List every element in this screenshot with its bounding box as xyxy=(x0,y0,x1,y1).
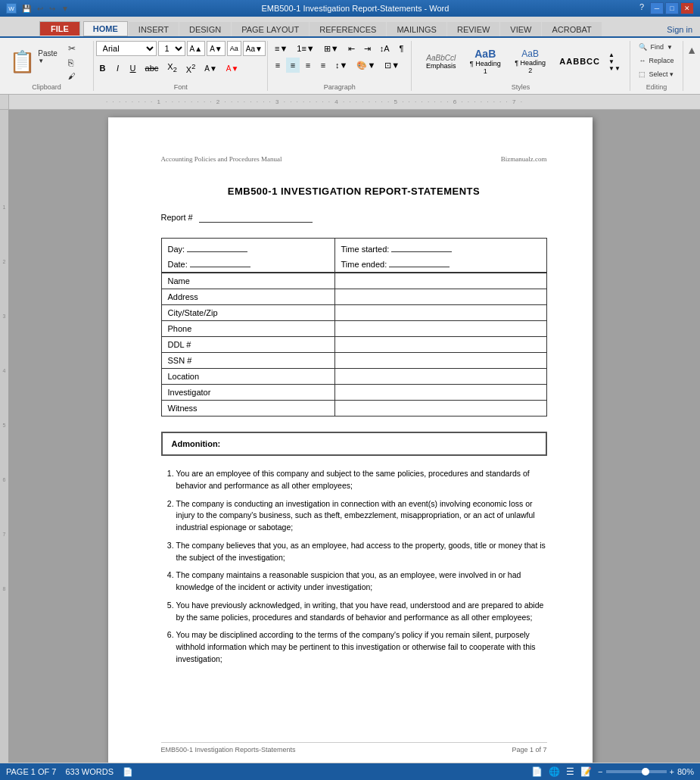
proofing-icon[interactable]: 📄 xyxy=(123,767,133,777)
replace-button[interactable]: ↔ Replace xyxy=(635,55,677,67)
tab-mailings[interactable]: MAILINGS xyxy=(387,22,446,36)
ribbon-group-clipboard: 📋 Paste ▼ ✂ ⎘ 🖌 Clipboard xyxy=(0,41,94,91)
italic-button[interactable]: I xyxy=(111,61,125,76)
increase-font-button[interactable]: A▲ xyxy=(187,41,206,56)
decrease-font-button[interactable]: A▼ xyxy=(207,41,226,56)
change-case-button[interactable]: Aa▼ xyxy=(243,41,266,56)
view-print-icon[interactable]: 📄 xyxy=(531,766,543,777)
tab-insert[interactable]: INSERT xyxy=(129,22,179,36)
strikethrough-button[interactable]: abc xyxy=(142,61,163,76)
decrease-indent-button[interactable]: ⇤ xyxy=(344,41,359,56)
admonition-label: Admonition: xyxy=(172,439,221,448)
sign-in-button[interactable]: Sign in xyxy=(659,23,700,36)
time-ended-line xyxy=(389,257,450,267)
form-table: Day: Date: Time started: xyxy=(161,238,547,273)
zoom-out-button[interactable]: − xyxy=(598,767,602,776)
left-ruler: 1 2 3 4 5 6 7 8 xyxy=(0,110,9,763)
undo-button[interactable]: ↩ xyxy=(35,4,45,14)
table-row: Name xyxy=(161,273,546,289)
zoom-control[interactable]: − + 80% xyxy=(598,767,694,776)
tab-review[interactable]: REVIEW xyxy=(447,22,499,36)
format-painter-button[interactable]: 🖌 xyxy=(65,70,89,82)
minimize-button[interactable]: ─ xyxy=(650,2,664,14)
style-aabbcc[interactable]: AABBCC xyxy=(554,55,605,68)
paste-label: Paste xyxy=(38,49,58,58)
status-bar: PAGE 1 OF 7 633 WORDS 📄 📄 🌐 ☰ 📝 − + 80% xyxy=(0,763,700,780)
view-draft-icon[interactable]: 📝 xyxy=(580,766,592,777)
tab-page-layout[interactable]: PAGE LAYOUT xyxy=(232,22,309,36)
style-emphasis-label: Emphasis xyxy=(426,62,456,70)
redo-button[interactable]: ↪ xyxy=(47,4,58,14)
style-emphasis[interactable]: AaBbCcl Emphasis xyxy=(421,51,462,72)
style-heading1[interactable]: AaB ¶ Heading 1 xyxy=(465,45,506,77)
title-bar: W 💾 ↩ ↪ ▼ EMB500-1 Investigation Report-… xyxy=(0,0,700,17)
align-left-button[interactable]: ≡ xyxy=(271,58,285,73)
bold-button[interactable]: B xyxy=(96,61,110,76)
increase-indent-button[interactable]: ⇥ xyxy=(360,41,375,56)
editing-label: Editing xyxy=(646,82,667,91)
font-label: Font xyxy=(174,82,188,91)
align-center-button[interactable]: ≡ xyxy=(286,58,300,73)
help-button[interactable]: ? xyxy=(639,2,644,14)
date-field: Date: xyxy=(168,257,328,269)
zoom-level: 80% xyxy=(677,767,694,776)
ribbon-collapse-button[interactable]: ▲ xyxy=(683,41,700,91)
copy-button[interactable]: ⎘ xyxy=(65,56,89,70)
view-web-icon[interactable]: 🌐 xyxy=(549,766,560,777)
ribbon: FILE HOME INSERT DESIGN PAGE LAYOUT REFE… xyxy=(0,17,700,95)
line-spacing-button[interactable]: ↕▼ xyxy=(331,58,351,73)
status-left: PAGE 1 OF 7 633 WORDS 📄 xyxy=(6,767,133,777)
show-formatting-button[interactable]: ¶ xyxy=(394,41,408,56)
justify-button[interactable]: ≡ xyxy=(316,58,330,73)
replace-icon: ↔ xyxy=(639,57,646,64)
view-outline-icon[interactable]: ☰ xyxy=(566,766,574,777)
style-aabbcc-preview: AABBCC xyxy=(559,57,600,66)
zoom-in-button[interactable]: + xyxy=(670,767,674,776)
report-number-field: Report # xyxy=(161,212,547,223)
styles-scroll[interactable]: ▲ ▼ ▼▼ xyxy=(608,51,621,72)
restore-button[interactable]: □ xyxy=(665,2,679,14)
underline-button[interactable]: U xyxy=(126,61,140,76)
bullets-button[interactable]: ≡▼ xyxy=(271,41,291,56)
ruler-content: · · · · · · · · 1 · · · · · · · · 2 · · … xyxy=(106,98,700,105)
table-row: Investigator xyxy=(161,385,546,401)
paste-dropdown[interactable]: ▼ xyxy=(38,58,58,64)
numbering-button[interactable]: 1≡▼ xyxy=(293,41,318,56)
table-row: SSN # xyxy=(161,353,546,369)
multilevel-list-button[interactable]: ⊞▼ xyxy=(320,41,343,56)
list-buttons: ≡▼ 1≡▼ ⊞▼ ⇤ ⇥ ↕A ¶ xyxy=(271,41,408,56)
font-name-select[interactable]: Arial xyxy=(96,41,157,56)
customize-quick-access-button[interactable]: ▼ xyxy=(59,4,71,14)
page-info: PAGE 1 OF 7 xyxy=(6,767,56,777)
save-button[interactable]: 💾 xyxy=(20,4,33,14)
table-row: Location xyxy=(161,369,546,385)
subscript-button[interactable]: X2 xyxy=(163,61,180,76)
tab-home[interactable]: HOME xyxy=(83,21,128,36)
replace-label: Replace xyxy=(649,57,674,64)
tab-acrobat[interactable]: ACROBAT xyxy=(542,22,601,36)
borders-button[interactable]: ⊡▼ xyxy=(381,58,403,73)
clear-format-button[interactable]: Aa xyxy=(227,41,241,56)
shading-button[interactable]: 🎨▼ xyxy=(353,58,379,73)
sort-button[interactable]: ↕A xyxy=(376,41,394,56)
align-right-button[interactable]: ≡ xyxy=(301,58,315,73)
highlight-color-button[interactable]: A▼ xyxy=(201,61,221,76)
font-color-button[interactable]: A▼ xyxy=(222,61,243,76)
superscript-button[interactable]: X2 xyxy=(182,61,199,76)
find-button[interactable]: 🔍 Find ▼ xyxy=(635,41,676,53)
tab-references[interactable]: REFERENCES xyxy=(310,22,386,36)
list-item: You may be disciplined according to the … xyxy=(176,629,547,665)
close-button[interactable]: ✕ xyxy=(680,2,694,14)
style-heading2[interactable]: AaB ¶ Heading 2 xyxy=(509,46,551,76)
tab-file[interactable]: FILE xyxy=(39,21,80,36)
select-button[interactable]: ⬚ Select ▾ xyxy=(635,68,677,80)
zoom-slider[interactable] xyxy=(606,770,667,773)
select-icon: ⬚ xyxy=(639,70,646,78)
ribbon-tabs: FILE HOME INSERT DESIGN PAGE LAYOUT REFE… xyxy=(0,17,700,36)
paste-button[interactable]: 📋 Paste ▼ xyxy=(4,45,63,78)
cut-button[interactable]: ✂ xyxy=(65,42,89,55)
tab-design[interactable]: DESIGN xyxy=(179,22,231,36)
tab-view[interactable]: VIEW xyxy=(500,22,541,36)
font-size-select[interactable]: 12 xyxy=(158,41,185,56)
find-dropdown-icon[interactable]: ▼ xyxy=(667,44,673,51)
